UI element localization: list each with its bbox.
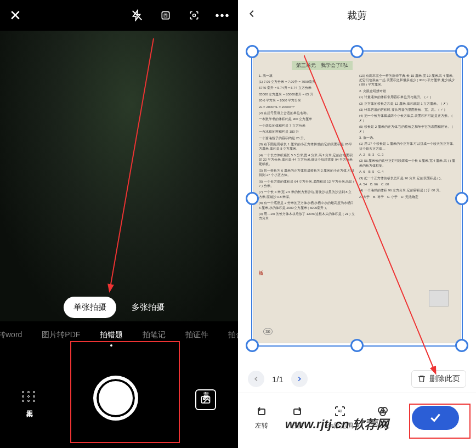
chevron-left-icon (246, 8, 258, 20)
crop-header: 裁剪 (238, 0, 476, 31)
settings-button[interactable] (186, 8, 202, 23)
rotate-left-label: 左转 (255, 421, 268, 430)
tab-id-card[interactable]: 拍证件 (175, 330, 218, 340)
back-button[interactable] (246, 8, 258, 23)
crop-frame[interactable] (251, 50, 463, 347)
delete-page-label: 删除此页 (429, 374, 460, 384)
tab-to-pdf[interactable]: 图片转PDF (32, 330, 90, 340)
camera-header: ✕ 固 ••• (0, 0, 238, 31)
trash-icon (417, 375, 426, 383)
svg-text:All: All (338, 409, 342, 413)
more-icon: ••• (215, 9, 230, 22)
close-icon: ✕ (9, 7, 21, 24)
rotate-left-icon (255, 405, 268, 418)
camera-viewfinder[interactable]: 单张拍摄 多张拍摄 (0, 31, 238, 321)
crop-handle-br[interactable] (455, 339, 468, 352)
aspect-icon: 固 (160, 10, 171, 21)
next-page-button[interactable] (291, 371, 308, 387)
crop-handle-ml[interactable] (246, 192, 259, 205)
crop-handle-tr[interactable] (455, 45, 468, 58)
crop-handle-tc[interactable] (350, 45, 364, 58)
crop-handle-mr[interactable] (455, 192, 468, 205)
annotation-highlight-right (409, 404, 471, 439)
crop-handle-bl[interactable] (246, 339, 259, 352)
crop-screen: 裁剪 第三单元 我学会了吗1 生活 1. 填一填 (1) 7.09 立方分米 =… (238, 0, 476, 448)
tab-notes[interactable]: 拍笔记 (133, 330, 175, 340)
camera-screen: ✕ 固 ••• 单张拍摄 多张拍摄 (0, 0, 238, 448)
flash-button[interactable] (129, 8, 145, 23)
aspect-button[interactable]: 固 (158, 8, 173, 23)
single-shot-pill[interactable]: 单张拍摄 (64, 297, 116, 318)
tab-wrong-question[interactable]: 拍错题 (90, 330, 133, 340)
close-button[interactable]: ✕ (8, 8, 23, 23)
chevron-right-icon (296, 375, 303, 383)
crop-handle-tl[interactable] (246, 45, 259, 58)
gallery-icon (195, 389, 216, 410)
page-indicator: 1/1 (272, 375, 284, 384)
crop-handle-bc[interactable] (350, 339, 364, 352)
svg-point-3 (193, 14, 196, 17)
tab-composite[interactable]: 拍合 (218, 330, 238, 340)
batch-tool-button[interactable]: 批用工具 (22, 391, 36, 405)
rotate-left-button[interactable]: 左转 (255, 405, 268, 430)
prev-page-button[interactable] (248, 371, 264, 387)
gallery-button[interactable]: 盖章 (195, 386, 216, 410)
multi-shot-pill[interactable]: 多张拍摄 (122, 297, 174, 318)
crop-title: 裁剪 (347, 9, 367, 22)
pager-row: 1/1 删除此页 (238, 365, 476, 393)
grid-icon (22, 391, 36, 402)
delete-page-button[interactable]: 删除此页 (411, 370, 466, 388)
svg-text:固: 固 (163, 13, 168, 18)
annotation-highlight-left (70, 341, 180, 443)
watermark-text: www.rjtj.cn 软荐网 (285, 416, 389, 433)
svg-point-5 (203, 398, 205, 400)
shot-mode-toggle: 单张拍摄 多张拍摄 (0, 297, 238, 318)
detect-icon (189, 10, 200, 21)
tab-to-word[interactable]: 片转word (0, 330, 32, 340)
chevron-left-icon (252, 375, 260, 383)
flash-off-icon (131, 9, 143, 21)
crop-stage: 第三单元 我学会了吗1 生活 1. 填一填 (1) 7.09 立方分米 = 7.… (238, 31, 476, 365)
more-button[interactable]: ••• (215, 8, 230, 23)
